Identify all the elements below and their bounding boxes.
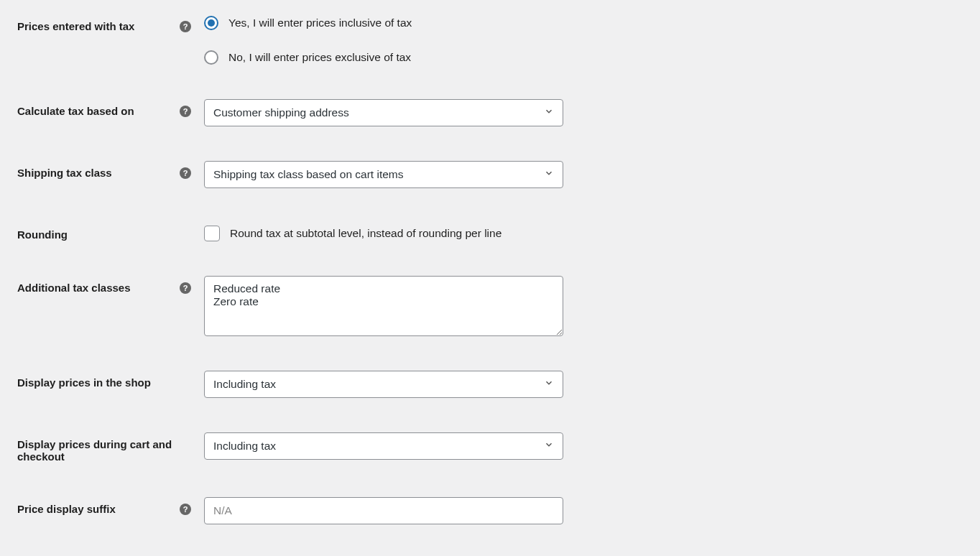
price-suffix-label: Price display suffix (17, 503, 116, 515)
price-suffix-input[interactable] (204, 497, 563, 524)
prices-entered-yes-radio[interactable]: Yes, I will enter prices inclusive of ta… (204, 16, 592, 30)
radio-icon (204, 16, 218, 30)
additional-tax-classes-textarea[interactable]: Reduced rate Zero rate (204, 276, 563, 336)
additional-tax-classes-label: Additional tax classes (17, 282, 131, 294)
prices-entered-radio-group: Yes, I will enter prices inclusive of ta… (204, 14, 592, 65)
display-shop-label: Display prices in the shop (17, 376, 151, 389)
shipping-tax-class-select[interactable]: Shipping tax class based on cart items (204, 161, 563, 188)
display-cart-label: Display prices during cart and checkout (17, 438, 204, 463)
help-icon[interactable]: ? (180, 21, 191, 32)
select-value: Customer shipping address (213, 106, 349, 119)
chevron-down-icon (544, 440, 554, 453)
help-icon[interactable]: ? (180, 167, 191, 179)
select-value: Including tax (213, 378, 276, 391)
rounding-checkbox[interactable] (204, 226, 220, 241)
select-value: Shipping tax class based on cart items (213, 168, 404, 181)
chevron-down-icon (544, 106, 554, 119)
prices-entered-label: Prices entered with tax (17, 20, 134, 32)
help-icon[interactable]: ? (180, 106, 191, 117)
display-shop-select[interactable]: Including tax (204, 371, 563, 398)
calculate-tax-label: Calculate tax based on (17, 105, 134, 117)
display-cart-select[interactable]: Including tax (204, 432, 563, 460)
rounding-label: Rounding (17, 228, 68, 241)
calculate-tax-select[interactable]: Customer shipping address (204, 99, 563, 126)
radio-icon (204, 50, 218, 65)
chevron-down-icon (544, 168, 554, 181)
prices-entered-no-radio[interactable]: No, I will enter prices exclusive of tax (204, 50, 592, 65)
radio-label: Yes, I will enter prices inclusive of ta… (228, 17, 412, 29)
rounding-checkbox-label: Round tax at subtotal level, instead of … (230, 227, 501, 240)
radio-label: No, I will enter prices exclusive of tax (228, 51, 411, 64)
help-icon[interactable]: ? (180, 504, 191, 515)
shipping-tax-class-label: Shipping tax class (17, 167, 112, 179)
select-value: Including tax (213, 440, 276, 453)
help-icon[interactable]: ? (180, 282, 191, 294)
chevron-down-icon (544, 378, 554, 391)
